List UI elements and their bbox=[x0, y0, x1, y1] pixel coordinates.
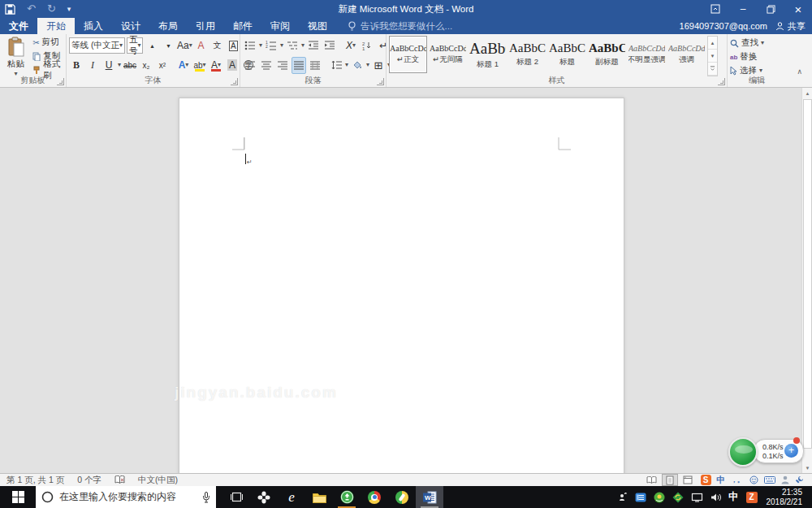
styles-scroll-down-icon[interactable]: ▼ bbox=[708, 50, 717, 63]
style-subtitle[interactable]: AaBbCc 副标题 bbox=[588, 36, 626, 73]
tab-file[interactable]: 文件 bbox=[0, 18, 37, 34]
green-security-app-icon[interactable] bbox=[333, 486, 361, 508]
minimize-button[interactable]: – bbox=[729, 0, 757, 18]
superscript-button[interactable]: x² bbox=[155, 57, 170, 74]
word-count[interactable]: 0 个字 bbox=[71, 474, 108, 487]
styles-dialog-launcher[interactable] bbox=[718, 78, 725, 85]
distribute-icon[interactable] bbox=[308, 57, 322, 74]
style-subtle-emphasis[interactable]: AaBbCcDd 不明显强调 bbox=[628, 36, 666, 73]
tab-view[interactable]: 视图 bbox=[299, 18, 336, 34]
undo-icon[interactable]: ↶ bbox=[27, 0, 36, 18]
tray-z-app-icon[interactable]: Z bbox=[746, 492, 758, 503]
font-name-dropdown-icon[interactable]: ▾ bbox=[119, 42, 123, 49]
grow-font-button[interactable]: ▲ bbox=[145, 37, 159, 54]
account-email[interactable]: 1694097307@qq.com bbox=[680, 21, 767, 31]
cut-button[interactable]: ✂ 剪切 bbox=[31, 36, 63, 49]
character-border-button[interactable]: A bbox=[226, 37, 240, 54]
style-heading2[interactable]: AaBbCc 标题 2 bbox=[508, 36, 546, 73]
strikethrough-button[interactable]: abc bbox=[123, 57, 137, 74]
shrink-font-button[interactable]: ▼ bbox=[161, 37, 175, 54]
tab-insert[interactable]: 插入 bbox=[75, 18, 112, 34]
restore-button[interactable] bbox=[757, 0, 784, 18]
borders-button[interactable]: ⊞ bbox=[371, 57, 386, 74]
replace-button[interactable]: ab 替换 bbox=[730, 50, 784, 63]
scroll-down-icon[interactable]: ▼ bbox=[802, 462, 812, 473]
page-indicator[interactable]: 第 1 页, 共 1 页 bbox=[0, 474, 71, 487]
increase-indent-icon[interactable] bbox=[322, 37, 337, 54]
style-heading1[interactable]: AaBbCcDd 标题 1 bbox=[469, 36, 507, 73]
justify-icon[interactable] bbox=[292, 57, 306, 74]
ribbon-display-options-icon[interactable] bbox=[702, 0, 729, 18]
style-no-spacing[interactable]: AaBbCcDd ↵无间隔 bbox=[429, 36, 467, 73]
collapse-ribbon-icon[interactable]: ∧ bbox=[797, 67, 802, 76]
hidden-icons-chevron[interactable] bbox=[618, 493, 628, 502]
plus-ball-icon[interactable]: + bbox=[784, 444, 798, 458]
customize-qat-icon[interactable]: ▾ bbox=[67, 0, 71, 18]
tab-review[interactable]: 审阅 bbox=[261, 18, 299, 34]
style-emphasis[interactable]: AaBbCcDd 强调 bbox=[667, 36, 706, 73]
find-button[interactable]: 查找 ▾ bbox=[730, 37, 784, 50]
style-title[interactable]: AaBbCc 标题 bbox=[548, 36, 586, 73]
read-mode-icon[interactable] bbox=[644, 474, 660, 486]
sort-icon[interactable]: 21 bbox=[360, 37, 374, 54]
tab-references[interactable]: 引用 bbox=[187, 18, 224, 34]
close-button[interactable]: × bbox=[784, 0, 812, 18]
paragraph-dialog-launcher[interactable] bbox=[377, 78, 384, 85]
style-normal[interactable]: AaBbCcDd ↵正文 bbox=[389, 36, 427, 73]
start-button[interactable] bbox=[0, 486, 36, 508]
font-size-combo[interactable]: 五号 ▾ bbox=[127, 37, 144, 54]
phonetic-guide-button[interactable]: 文 bbox=[209, 37, 224, 54]
speedball-icon[interactable] bbox=[728, 437, 758, 467]
highlight-color-button[interactable]: ab▾ bbox=[192, 57, 207, 74]
paste-button[interactable]: 粘贴 ▾ bbox=[2, 36, 29, 75]
styles-more-icon[interactable] bbox=[708, 63, 717, 76]
asian-layout-button[interactable]: X▾ bbox=[343, 37, 358, 54]
sogou-browser-icon[interactable] bbox=[388, 486, 416, 508]
line-spacing-icon[interactable] bbox=[329, 57, 343, 74]
taskbar-search[interactable]: 在这里输入你要搜索的内容 bbox=[36, 486, 216, 508]
redo-icon[interactable]: ↻ bbox=[47, 0, 56, 18]
tab-layout[interactable]: 布局 bbox=[149, 18, 187, 34]
underline-dropdown-icon[interactable]: ▾ bbox=[118, 62, 121, 68]
save-icon[interactable] bbox=[5, 4, 15, 15]
sogou-chinese-mode-icon[interactable]: 中 bbox=[717, 475, 726, 486]
file-explorer-icon[interactable] bbox=[305, 486, 333, 508]
proofing-icon[interactable] bbox=[108, 474, 132, 487]
clear-formatting-button[interactable]: A bbox=[193, 37, 208, 54]
bullets-icon[interactable] bbox=[243, 37, 257, 54]
tab-home[interactable]: 开始 bbox=[37, 18, 75, 34]
tray-media-app-icon[interactable] bbox=[635, 492, 646, 503]
bold-button[interactable]: B bbox=[69, 57, 84, 74]
multilevel-list-icon[interactable] bbox=[285, 37, 300, 54]
numbering-icon[interactable]: 12 bbox=[264, 37, 279, 54]
scroll-up-icon[interactable]: ▲ bbox=[802, 88, 812, 98]
tray-green-diamond-icon[interactable] bbox=[672, 492, 684, 503]
character-shading-button[interactable]: A bbox=[225, 57, 240, 74]
font-color-button[interactable]: A▾ bbox=[209, 57, 223, 74]
change-case-button[interactable]: Aa▾ bbox=[177, 37, 192, 54]
align-left-icon[interactable] bbox=[243, 57, 257, 74]
sogou-account-icon[interactable] bbox=[781, 475, 789, 484]
tell-me-box[interactable]: 告诉我您想要做什么... bbox=[348, 18, 452, 34]
task-view-icon[interactable] bbox=[222, 486, 250, 508]
tab-mailings[interactable]: 邮件 bbox=[224, 18, 261, 34]
taskbar-clock[interactable]: 21:35 2018/2/21 bbox=[765, 488, 808, 506]
web-layout-icon[interactable] bbox=[680, 474, 696, 486]
subscript-button[interactable]: x₂ bbox=[139, 57, 153, 74]
underline-button[interactable]: U bbox=[102, 57, 116, 74]
word-taskbar-icon[interactable]: W bbox=[416, 486, 443, 508]
text-effects-button[interactable]: A▾ bbox=[176, 57, 191, 74]
decrease-indent-icon[interactable] bbox=[306, 37, 321, 54]
ime-language-indicator[interactable]: 中 bbox=[728, 490, 739, 504]
pinwheel-app-icon[interactable] bbox=[250, 486, 278, 508]
sogou-logo-icon[interactable]: S bbox=[701, 475, 711, 485]
italic-button[interactable]: I bbox=[85, 57, 100, 74]
sogou-keyboard-icon[interactable] bbox=[764, 476, 775, 484]
shading-icon[interactable] bbox=[350, 57, 365, 74]
chrome-icon[interactable] bbox=[361, 486, 388, 508]
sogou-punctuation-icon[interactable]: ，。 bbox=[731, 475, 744, 484]
align-right-icon[interactable] bbox=[275, 57, 290, 74]
volume-icon[interactable] bbox=[710, 493, 721, 502]
styles-gallery-scrollbar[interactable]: ▲ ▼ bbox=[707, 36, 718, 76]
microphone-icon[interactable] bbox=[202, 492, 210, 503]
